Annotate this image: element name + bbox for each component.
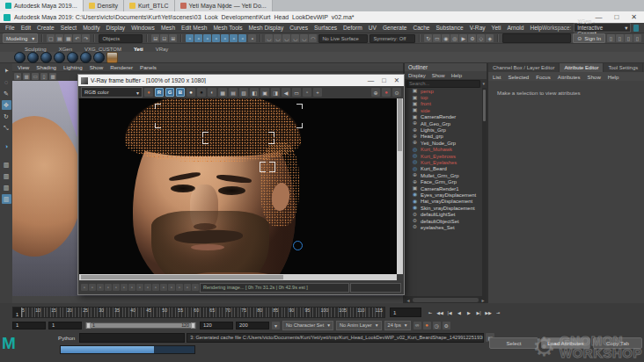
vray-frame-buffer-window[interactable]: V-Ray frame buffer - [100% of 1920 x 108… xyxy=(77,74,405,295)
sidebar-toggle-icon[interactable] xyxy=(607,34,615,42)
vfb-view-icon[interactable] xyxy=(392,88,401,97)
snap-icon[interactable] xyxy=(282,34,290,42)
vfb-toolbar-icon[interactable] xyxy=(197,88,206,97)
outliner-item[interactable]: side xyxy=(405,107,482,113)
vfb-toolbar-icon[interactable] xyxy=(260,88,269,97)
vfb-toolbar-icon[interactable] xyxy=(239,88,248,97)
render-icon[interactable] xyxy=(486,34,494,42)
layout-preset-icon[interactable] xyxy=(2,194,11,204)
shelf-tool-icon[interactable] xyxy=(54,52,65,63)
playback-button[interactable] xyxy=(426,308,435,317)
menu-item[interactable]: V-Ray xyxy=(470,25,486,31)
selection-mask-icon[interactable] xyxy=(194,34,202,42)
menu-item[interactable]: Display xyxy=(106,25,126,31)
panel-menu-item[interactable]: Show xyxy=(90,64,103,70)
outliner-search-input[interactable] xyxy=(406,80,480,88)
attribute-editor-button[interactable]: Copy Tab xyxy=(593,337,642,349)
menu-item[interactable]: UV xyxy=(369,25,377,31)
playback-option-icon[interactable] xyxy=(433,322,441,329)
vfb-title-bar[interactable]: V-Ray frame buffer - [100% of 1920 x 108… xyxy=(78,75,404,86)
playback-option-icon[interactable] xyxy=(423,322,431,329)
playback-start-field[interactable]: 1 xyxy=(48,322,82,329)
outliner-menu-item[interactable]: Show xyxy=(432,73,445,78)
outliner-horizontal-scrollbar[interactable]: ◂ ▸ xyxy=(405,296,487,303)
outliner-item[interactable]: CameraRender xyxy=(405,114,482,120)
file-op-icon[interactable] xyxy=(73,34,81,42)
vfb-correction-icon[interactable] xyxy=(136,284,143,291)
time-slider[interactable]: 5101520253035404550556065707580859095100… xyxy=(12,307,385,318)
shelf-tool-icon[interactable] xyxy=(40,52,52,63)
viewport-toolbar-icon[interactable] xyxy=(14,73,21,80)
vfb-correction-icon[interactable] xyxy=(192,284,199,291)
outliner-item[interactable]: top xyxy=(405,94,482,100)
live-surface-field[interactable]: No Live Surface xyxy=(318,34,368,43)
outliner-item[interactable]: CameraRender1 xyxy=(405,185,482,192)
vfb-correction-icon[interactable] xyxy=(160,284,167,291)
attribute-editor-menu-item[interactable]: Selected xyxy=(508,74,529,80)
outliner-item[interactable]: front xyxy=(405,101,482,107)
menu-item[interactable]: Help xyxy=(530,25,542,31)
selection-mask-icon[interactable] xyxy=(238,34,246,42)
menu-item[interactable]: Cache xyxy=(413,25,429,31)
toolbox-tool-icon[interactable] xyxy=(2,112,11,121)
playback-end-field[interactable]: 120 xyxy=(200,322,233,329)
vfb-toolbar-icon[interactable] xyxy=(303,88,311,97)
os-tab[interactable]: Kurt_BTLC xyxy=(124,0,175,11)
vfb-toolbar-icon[interactable] xyxy=(144,88,153,97)
vfb-view-icon[interactable] xyxy=(382,88,391,97)
snap-icon[interactable] xyxy=(300,34,308,42)
symmetry-field[interactable]: Symmetry: Off xyxy=(370,34,415,43)
os-tab[interactable]: Autodesk Maya 2019... xyxy=(0,0,84,11)
anim-layer-dropdown[interactable]: No Anim Layer ▾ xyxy=(336,321,382,330)
vfb-vertical-scrollbar[interactable] xyxy=(397,98,403,274)
outliner-item[interactable]: Skin_vrayDisplacement xyxy=(405,205,482,211)
attribute-editor-menu-item[interactable]: Show xyxy=(588,74,601,80)
search-input[interactable] xyxy=(502,33,571,43)
playback-button[interactable] xyxy=(494,308,502,317)
playback-button[interactable] xyxy=(435,308,444,317)
vfb-correction-icon[interactable] xyxy=(152,284,159,291)
playback-option-icon[interactable] xyxy=(443,322,450,329)
vfb-minimize-button[interactable]: — xyxy=(368,76,375,84)
attribute-editor-menu-item[interactable]: Focus xyxy=(536,74,551,80)
vfb-correction-icon[interactable] xyxy=(121,284,128,291)
outliner-item[interactable]: Face_Grm_Grp xyxy=(405,178,482,185)
file-op-icon[interactable] xyxy=(64,34,72,42)
vfb-correction-icon[interactable] xyxy=(113,284,120,291)
workspace-icon[interactable] xyxy=(633,25,639,32)
selection-mask-icon[interactable] xyxy=(186,34,194,42)
toolbox-tool-icon[interactable] xyxy=(2,66,11,76)
sidebar-toggle-icon[interactable] xyxy=(616,34,624,42)
scrollbar-track[interactable] xyxy=(413,298,479,302)
outliner-menu-item[interactable]: Display xyxy=(408,73,426,78)
vfb-channel-dropdown[interactable]: RGB color ▾ xyxy=(81,87,143,98)
snap-icon[interactable] xyxy=(309,34,317,42)
panel-menu-item[interactable]: Renderer xyxy=(110,64,133,70)
current-time-marker[interactable]: 1 xyxy=(13,308,22,317)
playback-button[interactable] xyxy=(474,308,483,317)
attribute-editor-menu-item[interactable]: Help xyxy=(608,74,619,80)
vfb-close-button[interactable]: ✕ xyxy=(394,76,399,84)
viewport-toolbar-icon[interactable] xyxy=(49,73,56,80)
character-set-dropdown[interactable]: No Character Set ▾ xyxy=(282,321,333,330)
outliner-item[interactable]: defaultObjectSet xyxy=(405,218,482,224)
command-language-toggle[interactable]: Python xyxy=(58,335,77,341)
playback-button[interactable] xyxy=(465,308,473,317)
vfb-toolbar-icon[interactable]: R xyxy=(155,88,164,97)
panel-menu-item[interactable]: Shading xyxy=(36,64,56,70)
panel-menu-item[interactable]: View xyxy=(18,64,29,70)
outliner-item[interactable]: Lights_Grp xyxy=(405,127,482,133)
vfb-toolbar-icon[interactable] xyxy=(282,88,290,97)
fps-dropdown[interactable]: 24 fps ▾ xyxy=(384,321,411,330)
sidebar-tab[interactable]: Tool Settings xyxy=(604,63,643,72)
outliner-item[interactable]: Kurt_Mohawk xyxy=(405,147,482,153)
outliner-item[interactable]: Kurt_Eyebrows xyxy=(405,153,482,159)
vfb-correction-icon[interactable] xyxy=(184,284,191,291)
render-icon[interactable] xyxy=(468,34,476,42)
menu-item[interactable]: Edit Mesh xyxy=(181,25,207,31)
panel-menu-item[interactable]: Lighting xyxy=(63,64,83,70)
vfb-correction-icon[interactable] xyxy=(168,284,175,291)
outliner-menu-item[interactable]: Help xyxy=(451,73,462,78)
playback-button[interactable] xyxy=(445,308,454,317)
vfb-toolbar-icon[interactable] xyxy=(313,88,322,97)
